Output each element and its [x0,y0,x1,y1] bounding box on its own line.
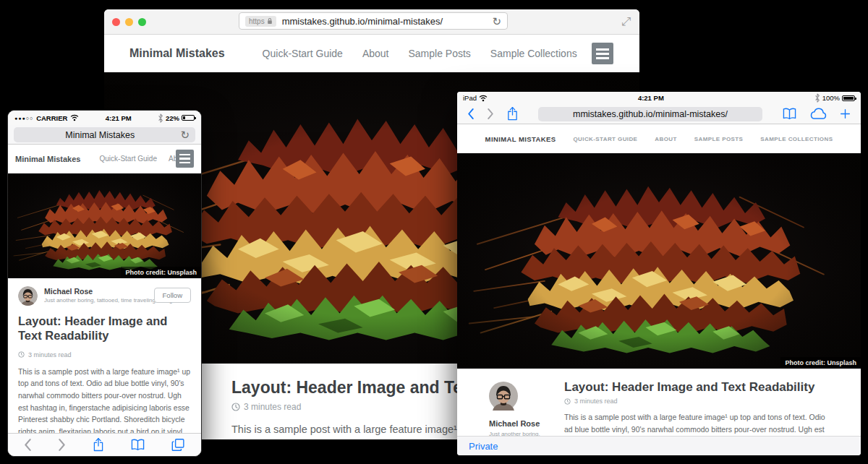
avatar-image [18,286,38,306]
photo-credit: Photo credit: Unsplash [780,357,861,369]
battery-icon [842,95,855,101]
desktop-browser-chrome: https mmistakes.github.io/minimal-mistak… [104,9,639,35]
minimize-window-button[interactable] [125,18,133,26]
read-time-text: 3 minutes read [28,351,72,358]
reload-button[interactable]: ↻ [492,16,501,27]
url-text: mmistakes.github.io/minimal-mistakes/ [573,109,728,119]
iphone-status-right: 22% [158,113,195,123]
site-nav-links: Quick-Start Guide About Sample Posts Sam… [263,48,577,59]
ipad-safari-window: iPad 4:21 PM 100% mmistakes.github.io/mi… [457,92,861,455]
zoom-window-button[interactable] [138,18,146,26]
forward-button[interactable] [487,108,494,120]
bookmarks-button[interactable] [782,108,797,120]
ipad-device-label: iPad [463,94,488,102]
read-time-text: 3 minutes read [574,398,618,405]
nav-link-sample-collections[interactable]: Sample Collections [490,48,577,59]
post-paragraph-1: This is a sample post with a large featu… [18,366,191,434]
new-tab-button[interactable] [840,108,851,119]
ipad-clock: 4:21 PM [488,94,814,102]
close-window-button[interactable] [112,18,120,26]
site-title-link[interactable]: MINIMAL MISTAKES [485,135,556,143]
nav-link-sample-collections[interactable]: SAMPLE COLLECTIONS [760,136,833,142]
author-sidebar: Michael Rose Just another boring, tattoo… [457,369,564,437]
share-button[interactable] [93,437,104,452]
read-time: 3 minutes read [18,351,191,358]
nav-link-about[interactable]: ABOUT [655,136,676,142]
address-bar[interactable]: mmistakes.github.io/minimal-mistakes/ [538,107,762,121]
site-nav-links: Quick-Start Guide About [99,155,187,163]
author-row: Michael Rose Just another boring, tattoo… [18,286,191,306]
site-masthead: MINIMAL MISTAKES QUICK-START GUIDE ABOUT… [457,124,861,153]
wifi-icon [479,95,488,102]
read-time-text: 3 minutes read [244,402,301,412]
nav-link-about[interactable]: About [362,48,389,59]
photo-credit: Photo credit: Unsplash [121,267,201,278]
menu-toggle-button[interactable] [592,43,613,64]
nav-link-sample-posts[interactable]: SAMPLE POSTS [694,136,743,142]
carrier-label: CARRIER [36,114,67,122]
signal-dots-icon: ●●●○○ [14,116,33,121]
tabs-button[interactable] [171,438,185,452]
nav-link-quick-start[interactable]: Quick-Start Guide [99,155,156,163]
page-title: Minimal Mistakes [20,130,180,140]
wifi-icon [70,114,79,121]
feature-image: Photo credit: Unsplash [8,173,201,278]
post-body: This is a sample post with a large featu… [564,411,830,437]
battery-percent: 22% [166,114,179,122]
post-content: Michael Rose Just another boring, tattoo… [8,278,201,434]
forward-button[interactable] [58,438,66,452]
site-title-link[interactable]: Minimal Mistakes [129,47,225,60]
clock-icon [231,403,240,411]
post-content: Michael Rose Just another boring, tattoo… [457,369,861,437]
follow-button[interactable]: Follow [154,288,191,303]
address-bar[interactable]: https mmistakes.github.io/minimal-mistak… [239,12,508,30]
nav-link-quick-start[interactable]: Quick-Start Guide [263,48,343,59]
avatar-image [489,400,518,411]
address-bar[interactable]: Minimal Mistakes ↻ [14,127,195,142]
bluetooth-icon [158,113,163,123]
https-label: https [249,17,265,25]
window-controls [112,18,146,26]
back-button[interactable] [24,438,32,452]
iphone-clock: 4:21 PM [79,114,158,122]
private-browsing-bar: Private [457,436,861,455]
device-name: iPad [463,94,477,102]
battery-icon [182,115,195,121]
private-button[interactable]: Private [469,441,498,452]
iphone-safari-toolbar [8,433,201,456]
read-time: 3 minutes read [564,398,830,405]
site-title-link[interactable]: Minimal Mistakes [15,155,80,163]
clock-icon [564,398,571,405]
nav-link-sample-posts[interactable]: Sample Posts [408,48,470,59]
share-button[interactable] [506,106,519,121]
clock-icon [18,351,25,358]
leaves-photo [8,173,201,278]
bluetooth-icon [814,93,820,103]
post-title: Layout: Header Image and Text Readabilit… [18,314,191,343]
site-masthead: Minimal Mistakes Quick-Start Guide About… [104,35,639,72]
fullscreen-icon[interactable]: ⤢ [621,15,631,28]
ipad-status-right: 100% [814,93,855,103]
site-masthead: Minimal Mistakes Quick-Start Guide About [8,145,201,173]
url-text: mmistakes.github.io/minimal-mistakes/ [282,16,493,27]
back-button[interactable] [467,108,475,120]
menu-toggle-button[interactable] [176,150,194,168]
feature-image: Photo credit: Unsplash [457,153,861,369]
post-main: Layout: Header Image and Text Readabilit… [564,369,861,437]
post-title: Layout: Header Image and Text Readabilit… [564,380,830,395]
reload-button[interactable]: ↻ [180,129,190,140]
author-name: Michael Rose [489,419,564,428]
icloud-tabs-button[interactable] [809,108,827,120]
ipad-status-bar: iPad 4:21 PM 100% [457,92,861,104]
lock-icon [267,17,273,25]
author-avatar [18,286,38,306]
iphone-safari-window: ●●●○○ CARRIER 4:21 PM 22% Minimal Mistak… [7,110,202,457]
bookmarks-button[interactable] [130,439,145,451]
leaves-photo [457,153,861,369]
https-badge: https [245,16,276,27]
iphone-url-row: Minimal Mistakes ↻ [8,125,201,145]
nav-link-quick-start[interactable]: QUICK-START GUIDE [573,136,637,142]
iphone-status-bar: ●●●○○ CARRIER 4:21 PM 22% [8,111,201,125]
author-avatar [489,400,518,413]
ipad-safari-toolbar: mmistakes.github.io/minimal-mistakes/ [457,104,861,124]
